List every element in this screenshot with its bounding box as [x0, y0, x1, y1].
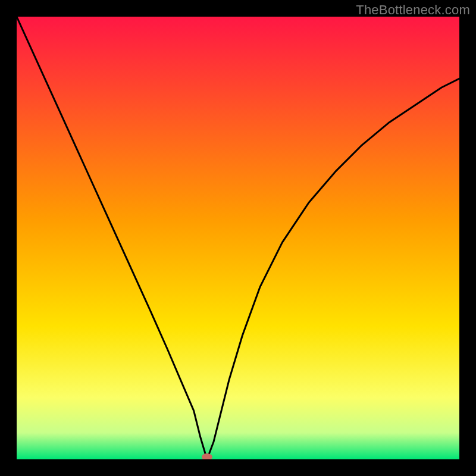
chart-frame: TheBottleneck.com	[0, 0, 476, 476]
watermark-text: TheBottleneck.com	[356, 2, 470, 18]
gradient-background	[17, 17, 459, 459]
chart-svg	[17, 17, 459, 459]
plot-area	[17, 17, 459, 459]
